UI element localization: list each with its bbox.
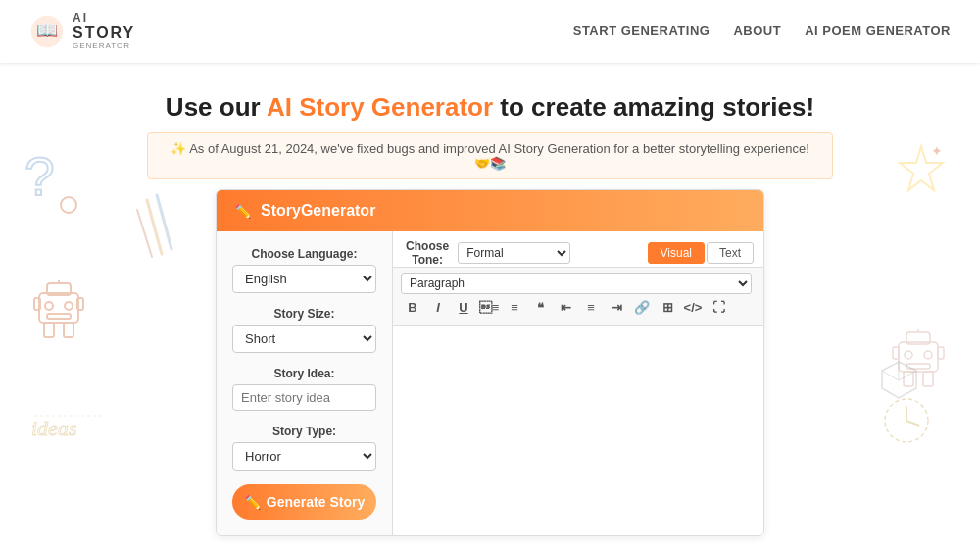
hero-title: Use our AI Story Generator to create ama… (20, 92, 960, 123)
card-header: ✏️ StoryGenerator (217, 190, 763, 231)
story-size-select[interactable]: Short Medium Long (232, 325, 376, 353)
view-toggle: Visual Text (648, 242, 754, 264)
right-panel: Choose Tone: Formal Informal Humorous Se… (393, 231, 763, 535)
nav-about[interactable]: ABOUT (733, 24, 781, 38)
language-label: Choose Language: (232, 247, 376, 261)
svg-point-20 (924, 351, 932, 359)
story-editor-textarea[interactable] (393, 326, 763, 535)
story-type-field-group: Story Type: Horror Romance Adventure Fan… (232, 425, 376, 471)
generate-btn-icon: ✏️ (244, 494, 261, 510)
svg-point-7 (45, 302, 53, 310)
story-generator-card: ✏️ StoryGenerator Choose Language: Engli… (216, 189, 764, 536)
tone-row: Choose Tone: Formal Informal Humorous Se… (403, 239, 574, 267)
notice-text: ✨ As of August 21, 2024, we've fixed bug… (168, 141, 812, 171)
underline-btn[interactable]: U (452, 296, 475, 320)
unordered-list-btn[interactable]: ≡ (503, 296, 526, 320)
svg-point-3 (61, 197, 76, 213)
ordered-list-btn[interactable]: ≡ (477, 296, 501, 320)
card-header-icon: ✏️ (234, 203, 251, 219)
hero-suffix: to create amazing stories! (500, 92, 814, 122)
svg-text:ideas: ideas (31, 416, 76, 440)
logo-story-text: STORY (73, 25, 135, 42)
main-nav: START GENERATING ABOUT AI POEM GENERATOR (573, 24, 951, 38)
generate-btn-label: Generate Story (267, 494, 365, 510)
blockquote-btn[interactable]: ❝ (528, 296, 552, 320)
align-left-btn[interactable]: ⇤ (554, 296, 577, 320)
svg-rect-23 (938, 347, 944, 359)
svg-line-33 (899, 371, 916, 380)
tone-label: Choose Tone: (403, 239, 452, 267)
table-btn[interactable]: ⊞ (656, 296, 679, 320)
italic-btn[interactable]: I (426, 296, 450, 320)
deco-pencils (127, 190, 186, 262)
svg-rect-9 (47, 314, 71, 319)
hero-brand: AI Story Generator (267, 92, 493, 122)
paragraph-select[interactable]: Paragraph Heading 1 Heading 2 (401, 273, 752, 294)
svg-point-8 (65, 302, 73, 310)
left-panel: Choose Language: English Spanish French … (217, 231, 393, 535)
story-size-field-group: Story Size: Short Medium Long (232, 307, 376, 353)
language-select[interactable]: English Spanish French German (232, 265, 376, 293)
svg-line-34 (882, 371, 899, 380)
card-header-title: StoryGenerator (261, 202, 375, 220)
logo: 📖 AI STORY GENERATOR (29, 12, 135, 51)
story-idea-input[interactable] (232, 384, 376, 411)
deco-ideas-text: ideas (29, 386, 108, 448)
svg-text:?: ? (24, 146, 55, 207)
deco-star-right: ✦ (892, 141, 951, 203)
svg-rect-12 (44, 323, 54, 337)
logo-icon: 📖 (29, 14, 65, 49)
nav-poem-generator[interactable]: AI POEM GENERATOR (805, 24, 951, 38)
link-btn[interactable]: 🔗 (630, 296, 654, 320)
svg-line-37 (137, 210, 152, 257)
code-btn[interactable]: </> (681, 296, 705, 320)
hero-prefix: Use our (166, 92, 261, 122)
align-right-btn[interactable]: ⇥ (605, 296, 628, 320)
svg-rect-13 (64, 323, 74, 337)
hero-section: ? ✦ (0, 63, 980, 552)
svg-text:✦: ✦ (931, 143, 943, 159)
story-size-label: Story Size: (232, 307, 376, 321)
svg-rect-25 (923, 372, 933, 386)
text-view-btn[interactable]: Text (707, 242, 754, 264)
generate-story-button[interactable]: ✏️ Generate Story (232, 484, 376, 520)
bold-btn[interactable]: B (401, 296, 424, 320)
notice-bar: ✨ As of August 21, 2024, we've fixed bug… (147, 132, 833, 179)
language-field-group: Choose Language: English Spanish French … (232, 247, 376, 293)
card-body: Choose Language: English Spanish French … (217, 231, 763, 535)
align-center-btn[interactable]: ≡ (579, 296, 603, 320)
editor-toolbar: Paragraph Heading 1 Heading 2 B I U ≡ ≡… (393, 268, 763, 326)
deco-cube-right (877, 357, 921, 404)
svg-rect-11 (77, 298, 83, 310)
logo-generator-text: GENERATOR (73, 42, 135, 51)
story-type-select[interactable]: Horror Romance Adventure Fantasy Sci-Fi (232, 442, 376, 471)
story-idea-field-group: Story Idea: (232, 367, 376, 411)
nav-start-generating[interactable]: START GENERATING (573, 24, 710, 38)
deco-robot-left (29, 278, 88, 345)
visual-view-btn[interactable]: Visual (648, 242, 705, 264)
svg-line-30 (906, 421, 919, 426)
header: 📖 AI STORY GENERATOR START GENERATING AB… (0, 0, 980, 63)
svg-rect-10 (34, 298, 40, 310)
tone-select[interactable]: Formal Informal Humorous Serious (458, 242, 570, 264)
editor-container (393, 326, 763, 535)
logo-ai-text: AI (73, 12, 135, 25)
svg-text:📖: 📖 (36, 20, 59, 41)
story-type-label: Story Type: (232, 425, 376, 438)
story-idea-label: Story Idea: (232, 367, 376, 380)
fullscreen-btn[interactable]: ⛶ (707, 296, 730, 320)
deco-question-mark: ? (20, 141, 88, 223)
